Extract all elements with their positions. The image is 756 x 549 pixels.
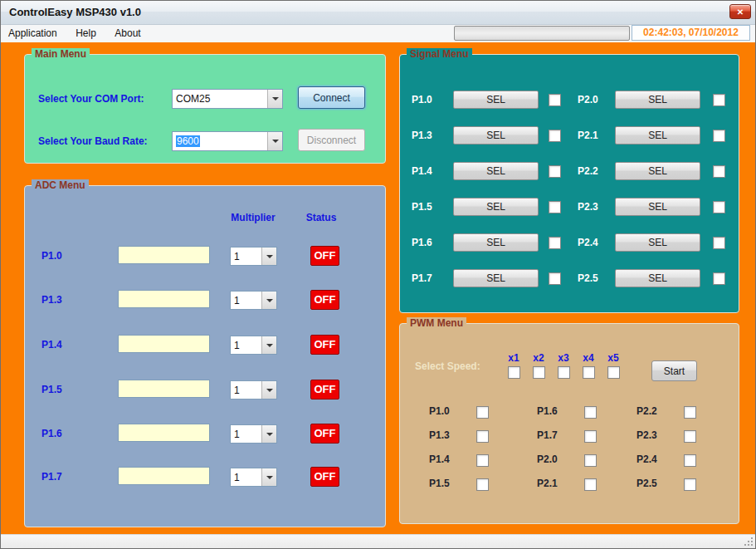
pwm-port-checkbox[interactable] (684, 478, 696, 491)
adc-port-label: P1.0 (41, 250, 62, 262)
pwm-port-cell: P1.3 (429, 429, 489, 444)
com-port-select[interactable]: COM25 (172, 89, 283, 109)
signal-sel-button[interactable]: SEL (453, 162, 539, 180)
status-header: Status (298, 212, 344, 223)
menu-item-about[interactable]: About (107, 25, 148, 42)
pwm-port-checkbox[interactable] (584, 406, 597, 419)
baud-rate-value: 9600 (173, 135, 267, 147)
signal-sel-button[interactable]: SEL (615, 233, 700, 252)
signal-sel-button[interactable]: SEL (453, 198, 539, 216)
connect-button[interactable]: Connect (298, 86, 365, 109)
signal-sel-button[interactable]: SEL (453, 269, 539, 287)
pwm-port-checkbox[interactable] (684, 454, 696, 467)
resize-grip-icon[interactable] (744, 537, 754, 547)
pwm-port-label: P1.4 (429, 453, 450, 465)
adc-status-badge[interactable]: OFF (310, 290, 339, 310)
signal-port-label: P1.5 (412, 201, 432, 213)
signal-checkbox[interactable] (713, 165, 725, 178)
signal-row: P1.7 SEL P2.5 SEL (400, 269, 739, 287)
baud-rate-select[interactable]: 9600 (172, 131, 283, 151)
baud-rate-label: Select Your Baud Rate: (38, 135, 148, 147)
signal-checkbox[interactable] (713, 130, 725, 142)
adc-multiplier-select[interactable]: 1 (230, 380, 277, 399)
signal-checkbox[interactable] (549, 272, 561, 285)
adc-status-badge[interactable]: OFF (310, 380, 339, 399)
signal-checkbox[interactable] (549, 130, 561, 142)
pwm-speed-checkbox[interactable] (583, 366, 595, 379)
pwm-speed-checkbox[interactable] (508, 366, 520, 379)
signal-row: P1.0 SEL P2.0 SEL (400, 91, 739, 109)
signal-sel-button[interactable]: SEL (615, 91, 700, 109)
pwm-port-checkbox[interactable] (684, 430, 696, 443)
signal-sel-button[interactable]: SEL (453, 126, 539, 145)
signal-checkbox[interactable] (713, 94, 725, 106)
pwm-port-checkbox[interactable] (684, 406, 696, 419)
pwm-port-checkbox[interactable] (476, 406, 489, 419)
adc-multiplier-value: 1 (231, 472, 261, 483)
pwm-speed-checkbox[interactable] (533, 366, 545, 379)
signal-checkbox[interactable] (713, 237, 725, 249)
start-button[interactable]: Start (651, 360, 697, 381)
pwm-speed-checkbox[interactable] (558, 366, 570, 379)
pwm-port-checkbox[interactable] (584, 430, 597, 443)
signal-checkbox[interactable] (549, 201, 561, 213)
adc-menu-title: ADC Menu (32, 179, 89, 191)
adc-value-input[interactable] (118, 380, 210, 398)
signal-checkbox[interactable] (549, 165, 561, 178)
com-port-label: Select Your COM Port: (38, 93, 144, 105)
signal-port-label: P1.4 (412, 165, 432, 177)
pwm-port-cell: P2.0 (537, 453, 597, 468)
pwm-port-checkbox[interactable] (476, 478, 489, 491)
signal-sel-button[interactable]: SEL (615, 126, 700, 145)
menu-item-help[interactable]: Help (68, 25, 104, 42)
adc-value-input[interactable] (118, 335, 210, 353)
adc-status-badge[interactable]: OFF (310, 335, 339, 355)
signal-sel-button[interactable]: SEL (615, 269, 700, 287)
main-menu-group: Main Menu Select Your COM Port: COM25 Co… (24, 54, 386, 164)
pwm-port-checkbox[interactable] (584, 478, 597, 491)
signal-checkbox[interactable] (713, 201, 725, 213)
signal-port-label: P2.2 (578, 165, 598, 177)
adc-multiplier-select[interactable]: 1 (230, 291, 277, 310)
adc-multiplier-select[interactable]: 1 (230, 424, 277, 444)
adc-multiplier-value: 1 (231, 340, 261, 351)
pwm-port-checkbox[interactable] (584, 454, 597, 467)
pwm-port-label: P2.4 (637, 453, 657, 465)
pwm-port-checkbox[interactable] (476, 430, 489, 443)
adc-row: P1.6 1 OFF (25, 424, 385, 444)
adc-value-input[interactable] (118, 246, 210, 264)
menu-item-application[interactable]: Application (1, 25, 65, 42)
pwm-speed-checkbox[interactable] (607, 366, 620, 379)
signal-sel-button[interactable]: SEL (615, 198, 700, 216)
adc-value-input[interactable] (118, 424, 210, 442)
pwm-port-checkbox[interactable] (476, 454, 489, 467)
adc-status-badge[interactable]: OFF (310, 424, 339, 444)
main-menu-title: Main Menu (32, 48, 90, 60)
select-speed-label: Select Speed: (415, 360, 480, 372)
adc-multiplier-value: 1 (231, 385, 261, 396)
adc-multiplier-select[interactable]: 1 (230, 247, 277, 266)
progress-bar (454, 26, 630, 41)
pwm-port-label: P2.1 (537, 478, 558, 489)
close-button[interactable]: ✕ (729, 4, 751, 19)
signal-sel-button[interactable]: SEL (615, 162, 700, 180)
signal-menu-group: Signal Menu P1.0 SEL P2.0 SEL P1.3 SEL P… (399, 54, 739, 313)
signal-sel-button[interactable]: SEL (453, 91, 539, 109)
pwm-speed-option: x5 (601, 352, 626, 382)
app-window: ControlEasy MSP430 v1.0 ✕ Application He… (0, 0, 756, 549)
main-content: Main Menu Select Your COM Port: COM25 Co… (1, 42, 755, 535)
signal-checkbox[interactable] (713, 272, 725, 285)
disconnect-button[interactable]: Disconnect (298, 129, 365, 151)
adc-multiplier-select[interactable]: 1 (230, 468, 277, 487)
close-icon: ✕ (737, 7, 744, 17)
adc-value-input[interactable] (118, 290, 210, 308)
adc-port-label: P1.3 (41, 294, 62, 306)
adc-status-badge[interactable]: OFF (310, 246, 339, 266)
adc-value-input[interactable] (118, 467, 210, 485)
signal-row: P1.5 SEL P2.3 SEL (400, 198, 739, 216)
signal-checkbox[interactable] (549, 237, 561, 249)
adc-status-badge[interactable]: OFF (310, 467, 339, 487)
signal-sel-button[interactable]: SEL (453, 233, 539, 252)
signal-checkbox[interactable] (549, 94, 561, 106)
adc-multiplier-select[interactable]: 1 (230, 336, 277, 355)
